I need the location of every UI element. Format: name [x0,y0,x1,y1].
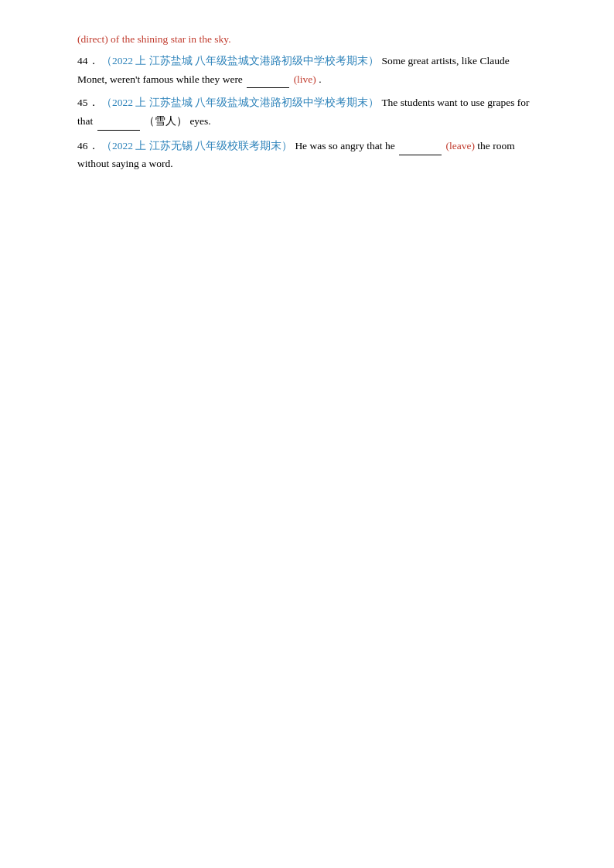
q46-blank [399,137,442,155]
q44-number: 44． [77,55,99,66]
q45-meta: （2022 上 江苏盐城 八年级盐城文港路初级中学校考期末） [101,97,379,108]
question-45: 45． （2022 上 江苏盐城 八年级盐城文港路初级中学校考期末） The s… [77,94,537,131]
q45-number: 45． [77,97,99,108]
question-46: 46． （2022 上 江苏无锡 八年级校联考期末） He was so ang… [77,137,537,173]
q44-blank [247,70,289,89]
q45-blank [97,112,140,131]
q46-number: 46． [77,140,99,151]
q46-text-before: He was so angry that he [295,140,397,151]
q45-text-after: eyes. [189,115,210,127]
q45-hint-chinese: （雪人） [144,115,187,127]
question-44: 44． （2022 上 江苏盐城 八年级盐城文港路初级中学校考期末） Some … [77,53,537,89]
q44-meta: （2022 上 江苏盐城 八年级盐城文港路初级中学校考期末） [101,55,379,66]
page: (direct) of the shining star in the sky.… [0,0,614,868]
q46-hint: (leave) [445,140,474,151]
q46-meta: （2022 上 江苏无锡 八年级校联考期末） [101,140,292,151]
content-area: (direct) of the shining star in the sky.… [77,31,537,173]
line-direct: (direct) of the shining star in the sky. [77,31,537,48]
q44-hint: (live) [294,73,316,85]
q44-text-after: . [319,73,321,85]
